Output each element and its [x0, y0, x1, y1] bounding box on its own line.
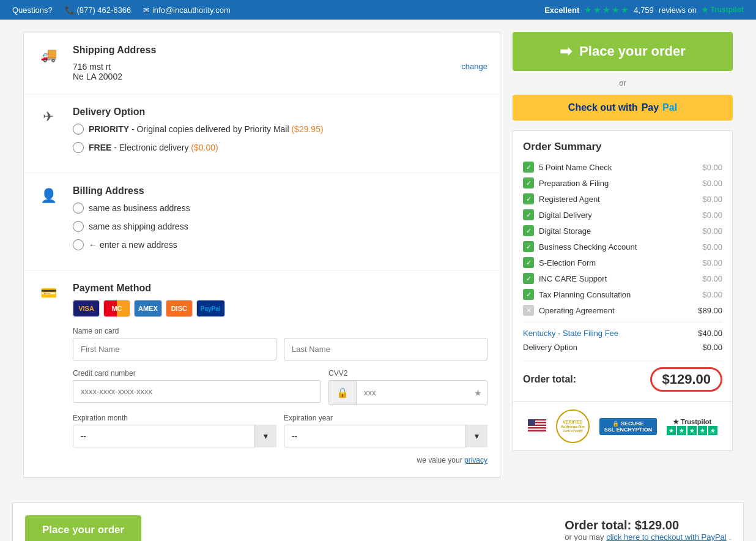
privacy-link[interactable]: privacy — [464, 456, 487, 465]
summary-item-name: S-Election Form — [539, 258, 596, 267]
bottom-order-total: Order total: $129.00 — [565, 518, 731, 532]
check-icon: ✓ — [523, 162, 534, 173]
free-text: FREE — [89, 143, 111, 152]
phone-number[interactable]: 📞 (877) 462-6366 — [65, 6, 132, 15]
bottom-place-order-button[interactable]: Place your order — [25, 515, 141, 541]
exp-year-select[interactable]: -- — [284, 425, 487, 447]
or-divider: or — [513, 78, 733, 88]
billing-option1[interactable]: same as business address — [73, 203, 487, 214]
summary-item-price: $0.00 — [702, 258, 722, 267]
paypal-brand-pay: Pay — [642, 102, 659, 113]
shipping-address-row: 716 mst rt Ne LA 20002 change — [73, 62, 487, 81]
authorize-badge[interactable]: VERIFIED Authorize.Net Click to Verify — [556, 409, 590, 443]
paypal-text: Check out with — [568, 102, 638, 113]
check-icon: ✓ — [523, 225, 534, 236]
summary-item-price: $0.00 — [702, 242, 722, 252]
cc-input[interactable] — [73, 380, 321, 403]
cvv-input[interactable] — [357, 382, 474, 403]
state-fee-link[interactable]: Kentucky - State Filing Fee — [523, 329, 618, 338]
billing-option3[interactable]: ← enter a new address — [73, 239, 487, 250]
star-4: ★ — [612, 5, 620, 15]
secure-text2: SSL ENCRYPTION — [604, 427, 653, 433]
summary-item-name: Business Checking Account — [539, 242, 637, 252]
check-icon: ✓ — [523, 273, 534, 284]
first-name-input[interactable] — [73, 338, 276, 360]
summary-fee-item: Kentucky - State Filing Fee $40.00 — [523, 329, 722, 338]
last-name-input[interactable] — [284, 338, 487, 360]
summary-item: ✓ INC CARE Support $0.00 — [523, 273, 722, 284]
summary-item-left: ✓ S-Election Form — [523, 257, 596, 268]
summary-extra-item: ✕ Operating Agreement $89.00 — [523, 305, 722, 316]
billing-icon: 👤 — [36, 185, 61, 204]
top-bar-left: Questions? 📞 (877) 462-6366 ✉ info@incau… — [12, 6, 231, 15]
secure-box: 🔒 SECURE SSL ENCRYPTION — [599, 418, 658, 435]
privacy-text: we value your — [417, 456, 462, 465]
delivery-title: Delivery Option — [73, 106, 487, 118]
summary-item-name: Preparation & Filing — [539, 179, 609, 188]
priority-radio[interactable] — [73, 124, 84, 135]
payment-title: Payment Method — [73, 283, 487, 294]
billing-radio1[interactable] — [73, 203, 84, 214]
x-icon: ✕ — [523, 305, 534, 316]
place-order-button[interactable]: ➡ Place your order — [513, 32, 733, 71]
summary-item-left: ✓ Registered Agent — [523, 193, 600, 204]
billing-option2[interactable]: same as shipping address — [73, 221, 487, 232]
cc-label: Credit card number — [73, 369, 321, 378]
summary-item-price: $0.00 — [702, 274, 722, 283]
questions-label: Questions? — [12, 6, 53, 15]
cc-group: Credit card number — [73, 369, 321, 405]
check-icon: ✓ — [523, 289, 534, 300]
name-row — [73, 338, 487, 360]
priority-text: PRIORITY — [89, 124, 129, 134]
payment-icon: 💳 — [36, 283, 61, 301]
change-address-link[interactable]: change — [461, 62, 487, 71]
summary-item: ✓ Registered Agent $0.00 — [523, 193, 722, 204]
summary-item: ✓ S-Election Form $0.00 — [523, 257, 722, 268]
svg-rect-7 — [528, 427, 546, 428]
check-icon: ✓ — [523, 257, 534, 268]
billing-label2: same as shipping address — [89, 222, 188, 231]
trustpilot-badge: ★ Trustpilot ★ ★ ★ ★ ★ — [667, 418, 717, 435]
email-address[interactable]: ✉ info@incauthority.com — [143, 6, 230, 15]
paypal-checkout-button[interactable]: Check out with PayPal — [513, 95, 733, 121]
tp-star-4: ★ — [698, 426, 707, 435]
cvv-box: 🔒 ★ — [328, 380, 487, 405]
check-icon: ✓ — [523, 177, 534, 188]
shipping-address-text: 716 mst rt Ne LA 20002 — [73, 62, 122, 81]
summary-item: ✓ Business Checking Account $0.00 — [523, 241, 722, 252]
order-total-label: Order total: — [523, 374, 576, 385]
reviews-count: 4,759 — [634, 6, 654, 15]
billing-radio3[interactable] — [73, 239, 84, 250]
cvv-label: CVV2 — [328, 369, 487, 378]
bottom-or-text: or you may — [565, 532, 604, 541]
summary-item: ✓ Tax Planning Consultation $0.00 — [523, 289, 722, 300]
trust-badges: VERIFIED Authorize.Net Click to Verify 🔒… — [513, 402, 733, 451]
tp-star-2: ★ — [677, 426, 686, 435]
star-2: ★ — [593, 5, 601, 15]
authorize-verified: VERIFIED — [563, 420, 582, 425]
priority-option: PRIORITY - Original copies delivered by … — [73, 124, 487, 135]
summary-divider — [523, 322, 722, 323]
star-1: ★ — [584, 5, 592, 15]
summary-item-price: $0.00 — [702, 195, 722, 204]
bottom-paypal-link[interactable]: click here to checkout with PayPal — [606, 532, 727, 541]
or-label: or — [619, 78, 626, 88]
free-radio[interactable] — [73, 142, 84, 153]
cvv-group: CVV2 🔒 ★ — [328, 369, 487, 405]
order-total-row: Order total: $129.00 — [523, 360, 722, 392]
lock-icon: 🔒 — [329, 381, 357, 405]
order-summary-title: Order Summary — [523, 141, 722, 153]
mastercard-logo: MC — [103, 300, 130, 317]
summary-fees-list: Kentucky - State Filing Fee $40.00 Deliv… — [523, 329, 722, 352]
billing-radio2[interactable] — [73, 221, 84, 232]
exp-year-select-wrapper: -- ▼ — [284, 425, 487, 447]
delivery-content: Delivery Option PRIORITY - Original copi… — [73, 106, 487, 160]
exp-month-select[interactable]: -- — [73, 425, 276, 447]
authorize-click: Click to Verify — [563, 429, 583, 433]
billing-label3: ← enter a new address — [89, 240, 177, 250]
summary-item-price: $0.00 — [702, 163, 722, 172]
phone-icon: 📞 — [65, 6, 75, 15]
summary-item: ✓ Digital Storage $0.00 — [523, 225, 722, 236]
us-flag — [528, 419, 546, 433]
order-total-value: $129.00 — [650, 367, 722, 392]
